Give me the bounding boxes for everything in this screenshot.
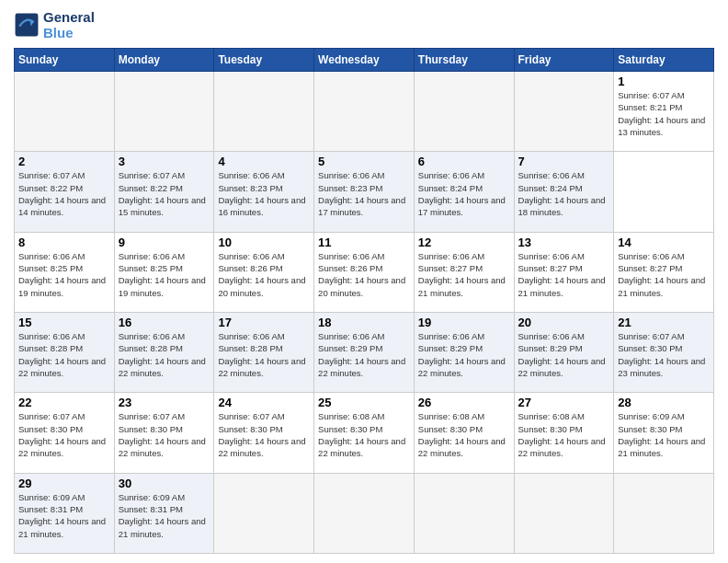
calendar-header-saturday: Saturday: [614, 49, 714, 72]
day-number: 6: [418, 155, 510, 168]
day-number: 25: [318, 396, 410, 409]
calendar-header-monday: Monday: [114, 49, 214, 72]
day-info: Sunrise: 6:06 AMSunset: 8:24 PMDaylight:…: [418, 169, 510, 218]
day-info: Sunrise: 6:07 AMSunset: 8:21 PMDaylight:…: [618, 89, 710, 138]
empty-cell: [514, 473, 614, 553]
empty-cell: [414, 473, 514, 553]
empty-cell: [514, 72, 614, 152]
day-info: Sunrise: 6:06 AMSunset: 8:28 PMDaylight:…: [119, 330, 210, 379]
empty-cell: [214, 72, 314, 152]
calendar-day: 17 Sunrise: 6:06 AMSunset: 8:28 PMDaylig…: [214, 312, 314, 392]
day-info: Sunrise: 6:08 AMSunset: 8:30 PMDaylight:…: [518, 410, 610, 459]
day-number: 15: [18, 316, 110, 329]
calendar-week-row: 29 Sunrise: 6:09 AMSunset: 8:31 PMDaylig…: [15, 473, 714, 553]
day-number: 28: [618, 396, 710, 409]
day-info: Sunrise: 6:09 AMSunset: 8:30 PMDaylight:…: [618, 410, 710, 459]
calendar-day: 11 Sunrise: 6:06 AMSunset: 8:26 PMDaylig…: [314, 232, 415, 312]
calendar-day: 16 Sunrise: 6:06 AMSunset: 8:28 PMDaylig…: [114, 312, 214, 392]
empty-cell: [114, 72, 214, 152]
calendar-day: 14 Sunrise: 6:06 AMSunset: 8:27 PMDaylig…: [614, 232, 714, 312]
header: General Blue: [14, 9, 714, 40]
day-number: 7: [518, 155, 610, 168]
calendar-day: 19 Sunrise: 6:06 AMSunset: 8:29 PMDaylig…: [414, 312, 514, 392]
day-info: Sunrise: 6:06 AMSunset: 8:26 PMDaylight:…: [218, 250, 310, 299]
empty-cell: [314, 473, 415, 553]
calendar-day: 1 Sunrise: 6:07 AMSunset: 8:21 PMDayligh…: [614, 72, 714, 152]
svg-rect-0: [16, 14, 39, 37]
day-info: Sunrise: 6:08 AMSunset: 8:30 PMDaylight:…: [318, 410, 410, 459]
day-info: Sunrise: 6:09 AMSunset: 8:31 PMDaylight:…: [119, 491, 210, 540]
calendar-day: 12 Sunrise: 6:06 AMSunset: 8:27 PMDaylig…: [414, 232, 514, 312]
calendar-week-row: 22 Sunrise: 6:07 AMSunset: 8:30 PMDaylig…: [15, 393, 714, 473]
day-number: 1: [618, 75, 710, 88]
calendar-day: 8 Sunrise: 6:06 AMSunset: 8:25 PMDayligh…: [15, 232, 115, 312]
day-number: 27: [518, 396, 610, 409]
calendar-day: 22 Sunrise: 6:07 AMSunset: 8:30 PMDaylig…: [15, 393, 115, 473]
day-number: 16: [119, 316, 210, 329]
day-info: Sunrise: 6:07 AMSunset: 8:30 PMDaylight:…: [218, 410, 310, 459]
day-info: Sunrise: 6:07 AMSunset: 8:30 PMDaylight:…: [119, 410, 210, 459]
day-info: Sunrise: 6:06 AMSunset: 8:27 PMDaylight:…: [418, 250, 510, 299]
empty-cell: [314, 72, 415, 152]
empty-cell: [614, 473, 714, 553]
calendar-header-sunday: Sunday: [15, 49, 115, 72]
day-number: 24: [218, 396, 310, 409]
day-info: Sunrise: 6:06 AMSunset: 8:27 PMDaylight:…: [518, 250, 610, 299]
day-number: 22: [18, 396, 110, 409]
day-number: 23: [119, 396, 210, 409]
calendar-week-row: 2 Sunrise: 6:07 AMSunset: 8:22 PMDayligh…: [15, 152, 714, 232]
day-number: 5: [318, 155, 410, 168]
day-info: Sunrise: 6:07 AMSunset: 8:30 PMDaylight:…: [18, 410, 110, 459]
calendar-table: SundayMondayTuesdayWednesdayThursdayFrid…: [14, 48, 714, 554]
calendar-day: 26 Sunrise: 6:08 AMSunset: 8:30 PMDaylig…: [414, 393, 514, 473]
calendar-day: 18 Sunrise: 6:06 AMSunset: 8:29 PMDaylig…: [314, 312, 415, 392]
calendar-day: 13 Sunrise: 6:06 AMSunset: 8:27 PMDaylig…: [514, 232, 614, 312]
calendar-day: 23 Sunrise: 6:07 AMSunset: 8:30 PMDaylig…: [114, 393, 214, 473]
calendar-day: 15 Sunrise: 6:06 AMSunset: 8:28 PMDaylig…: [15, 312, 115, 392]
day-number: 13: [518, 236, 610, 249]
day-info: Sunrise: 6:06 AMSunset: 8:28 PMDaylight:…: [18, 330, 110, 379]
calendar-header-row: SundayMondayTuesdayWednesdayThursdayFrid…: [15, 49, 714, 72]
calendar-day: 24 Sunrise: 6:07 AMSunset: 8:30 PMDaylig…: [214, 393, 314, 473]
day-number: 10: [218, 236, 310, 249]
calendar-header-thursday: Thursday: [414, 49, 514, 72]
day-info: Sunrise: 6:09 AMSunset: 8:31 PMDaylight:…: [18, 491, 110, 540]
day-info: Sunrise: 6:07 AMSunset: 8:22 PMDaylight:…: [18, 169, 110, 218]
day-info: Sunrise: 6:06 AMSunset: 8:27 PMDaylight:…: [618, 250, 710, 299]
empty-cell: [414, 72, 514, 152]
day-number: 29: [18, 477, 110, 490]
logo: General Blue: [14, 9, 95, 40]
day-info: Sunrise: 6:06 AMSunset: 8:25 PMDaylight:…: [18, 250, 110, 299]
day-number: 11: [318, 236, 410, 249]
calendar-week-row: 15 Sunrise: 6:06 AMSunset: 8:28 PMDaylig…: [15, 312, 714, 392]
day-number: 3: [119, 155, 210, 168]
day-info: Sunrise: 6:06 AMSunset: 8:29 PMDaylight:…: [418, 330, 510, 379]
calendar-day: 3 Sunrise: 6:07 AMSunset: 8:22 PMDayligh…: [114, 152, 214, 232]
calendar-header-friday: Friday: [514, 49, 614, 72]
page: General Blue SundayMondayTuesdayWednesda…: [0, 0, 728, 563]
day-number: 19: [418, 316, 510, 329]
day-number: 9: [119, 236, 210, 249]
day-number: 12: [418, 236, 510, 249]
day-info: Sunrise: 6:06 AMSunset: 8:24 PMDaylight:…: [518, 169, 610, 218]
calendar-day: 4 Sunrise: 6:06 AMSunset: 8:23 PMDayligh…: [214, 152, 314, 232]
day-info: Sunrise: 6:06 AMSunset: 8:29 PMDaylight:…: [318, 330, 410, 379]
empty-cell: [214, 473, 314, 553]
calendar-week-row: 1 Sunrise: 6:07 AMSunset: 8:21 PMDayligh…: [15, 72, 714, 152]
day-number: 20: [518, 316, 610, 329]
day-info: Sunrise: 6:06 AMSunset: 8:23 PMDaylight:…: [218, 169, 310, 218]
day-info: Sunrise: 6:06 AMSunset: 8:26 PMDaylight:…: [318, 250, 410, 299]
day-number: 17: [218, 316, 310, 329]
calendar-day: 20 Sunrise: 6:06 AMSunset: 8:29 PMDaylig…: [514, 312, 614, 392]
day-number: 18: [318, 316, 410, 329]
day-number: 8: [18, 236, 110, 249]
calendar-day: 6 Sunrise: 6:06 AMSunset: 8:24 PMDayligh…: [414, 152, 514, 232]
logo-text: General Blue: [43, 9, 95, 40]
calendar-day: 29 Sunrise: 6:09 AMSunset: 8:31 PMDaylig…: [15, 473, 115, 553]
day-info: Sunrise: 6:06 AMSunset: 8:25 PMDaylight:…: [119, 250, 210, 299]
day-number: 4: [218, 155, 310, 168]
calendar-day: 5 Sunrise: 6:06 AMSunset: 8:23 PMDayligh…: [314, 152, 415, 232]
calendar-day: 2 Sunrise: 6:07 AMSunset: 8:22 PMDayligh…: [15, 152, 115, 232]
day-number: 30: [119, 477, 210, 490]
day-info: Sunrise: 6:06 AMSunset: 8:23 PMDaylight:…: [318, 169, 410, 218]
